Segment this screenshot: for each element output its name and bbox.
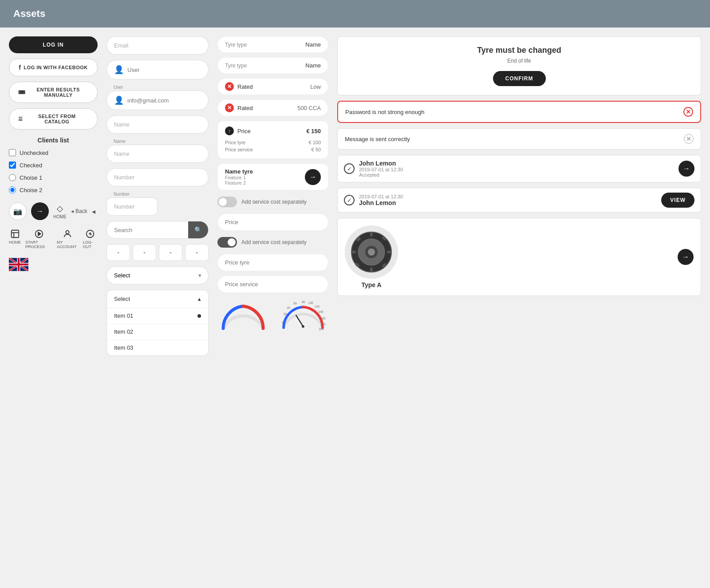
- arrow-right-icon: →: [36, 207, 43, 215]
- search-input[interactable]: [107, 222, 188, 238]
- logout-icon: [85, 229, 95, 239]
- user-date-2: 2019-07-01 at 12:30: [359, 194, 403, 199]
- camera-button[interactable]: 📷: [9, 202, 27, 220]
- dropdown-item-1[interactable]: Item 01: [107, 308, 208, 324]
- rated-value-2: 500 CCA: [297, 105, 321, 111]
- success-box: Message is sent correctly ✕: [337, 128, 701, 150]
- nav-my-account[interactable]: MY ACCOUNT: [57, 229, 79, 249]
- number-field-wrap: Number: [106, 192, 209, 216]
- date-field-1[interactable]: -: [106, 244, 130, 261]
- price-value: € 150: [306, 128, 321, 134]
- back-nav[interactable]: ◂ Back: [71, 208, 87, 214]
- email-input[interactable]: [106, 36, 209, 55]
- list-icon: ☰: [18, 116, 23, 122]
- user-input[interactable]: [127, 67, 201, 73]
- price-single-input[interactable]: [217, 213, 328, 231]
- arrow-button[interactable]: →: [31, 202, 49, 220]
- clients-list-title: Clients list: [9, 137, 98, 144]
- price-tyre-input[interactable]: [217, 254, 328, 271]
- number-field-label: Number: [106, 192, 209, 197]
- tyre-arrow-button[interactable]: →: [678, 249, 694, 265]
- date-field-4[interactable]: -: [185, 244, 209, 261]
- icon-row: 📷 → ◇ HOME ◂ Back ◂: [9, 202, 98, 220]
- svg-rect-0: [11, 230, 19, 238]
- svg-rect-36: [351, 251, 356, 253]
- nav-logout[interactable]: LOG-OUT: [83, 229, 98, 249]
- success-close-button[interactable]: ✕: [684, 134, 694, 144]
- date-field-3[interactable]: -: [159, 244, 182, 261]
- item-dot-1: [197, 314, 201, 318]
- alert-subtitle: End of life: [347, 58, 692, 64]
- unchecked-checkbox[interactable]: [9, 149, 16, 156]
- number-value-input[interactable]: [106, 197, 158, 216]
- name-input[interactable]: [106, 115, 209, 134]
- person-icon: [63, 229, 72, 239]
- svg-point-5: [66, 231, 69, 234]
- user-info-2: 2019-07-01 at 12:30 John Lemon: [359, 194, 403, 206]
- tyre-name-2: Name: [305, 62, 321, 69]
- choice2-label: Choise 2: [20, 187, 42, 193]
- rated-label-2: Rated: [237, 105, 253, 111]
- view-button[interactable]: VIEW: [661, 193, 694, 208]
- tyre-name-1: Name: [305, 41, 321, 48]
- select-collapsed[interactable]: Select: [106, 266, 209, 284]
- unchecked-label: Unchecked: [20, 150, 48, 156]
- choice1-item: Choise 1: [9, 174, 98, 181]
- tyre-row-2: Tyre type Name: [217, 57, 328, 74]
- tyre-block: Type A: [345, 225, 398, 288]
- name-field-label: Name: [106, 139, 209, 144]
- user-status-1: Accepted: [359, 172, 403, 178]
- choice1-radio[interactable]: [9, 174, 16, 181]
- login-facebook-button[interactable]: f LOG IN WITH FACEBOOK: [9, 59, 98, 76]
- tyre-svg: [349, 230, 394, 274]
- alert-box: Tyre must be changed End of life CONFIRM: [337, 36, 701, 95]
- gauge-2: 0 20 40 60 80 100 120 140 160 180 200: [277, 300, 328, 331]
- search-button[interactable]: 🔍: [188, 221, 208, 238]
- select-catalog-button[interactable]: ☰ SELECT FROM CATALOG: [9, 108, 98, 130]
- check-icon-2: ✓: [344, 195, 355, 205]
- svg-rect-37: [387, 251, 391, 253]
- column-1: LOG IN f LOG IN WITH FACEBOOK ⌨ ENTER RE…: [9, 36, 98, 356]
- dropdown-item-2[interactable]: Item 02: [107, 324, 208, 340]
- user-field-label: User: [106, 85, 209, 90]
- email-field[interactable]: [127, 97, 201, 104]
- email-field-wrap: User 👤: [106, 85, 209, 110]
- language-flag[interactable]: [9, 258, 98, 272]
- name-tyre-info: Name tyre Feature 1 Feature 2: [225, 168, 253, 185]
- svg-text:0: 0: [282, 321, 284, 324]
- login-button[interactable]: LOG IN: [9, 36, 98, 53]
- price-service-input[interactable]: [217, 276, 328, 293]
- checked-checkbox[interactable]: [9, 162, 16, 169]
- dropdown-item-3[interactable]: Item 03: [107, 340, 208, 355]
- select-wrapper-collapsed[interactable]: Select: [106, 266, 209, 284]
- nav-home[interactable]: HOME: [9, 229, 21, 249]
- toggle-switch-1[interactable]: [217, 197, 237, 207]
- price-block: ↑ Price € 150 Price tyre € 100 Price ser…: [217, 121, 328, 159]
- choice2-radio[interactable]: [9, 186, 16, 193]
- keyboard-icon: ⌨: [18, 90, 26, 95]
- error-close-button[interactable]: ✕: [683, 107, 693, 117]
- column-2: 👤 User 👤 Name Number 🔍 -: [106, 36, 209, 356]
- date-field-2[interactable]: -: [133, 244, 156, 261]
- confirm-button[interactable]: CONFIRM: [493, 71, 546, 86]
- tyre-row-1: Tyre type Name: [217, 36, 328, 53]
- name-tyre-arrow-button[interactable]: →: [305, 169, 321, 185]
- user-card-1: ✓ John Lemon 2019-07-01 at 12:30 Accepte…: [337, 155, 701, 182]
- svg-text:160: 160: [320, 317, 325, 320]
- user-icon2: 👤: [114, 95, 124, 105]
- tyre-type-label-1: Tyre type: [225, 42, 247, 48]
- user-date-1: 2019-07-01 at 12:30: [359, 167, 403, 172]
- number-input[interactable]: [106, 168, 209, 186]
- toggle-switch-2[interactable]: [217, 237, 237, 248]
- name-value-input[interactable]: [106, 145, 209, 163]
- dropdown-header[interactable]: Select ▴: [107, 290, 208, 308]
- enter-results-button[interactable]: ⌨ ENTER RESULTS MANUALLY: [9, 82, 98, 103]
- user-input-wrap: 👤: [106, 60, 209, 79]
- name-field-wrap: Name: [106, 139, 209, 163]
- gauge-speedometer: 0 20 40 60 80 100 120 140 160 180 200: [279, 300, 327, 331]
- nav-start-process[interactable]: START PROCESS: [25, 229, 52, 249]
- user-arrow-button-1[interactable]: →: [678, 161, 694, 177]
- choice1-label: Choise 1: [20, 174, 42, 181]
- check-icon-1: ✓: [344, 163, 355, 174]
- uk-flag-icon: [9, 258, 28, 271]
